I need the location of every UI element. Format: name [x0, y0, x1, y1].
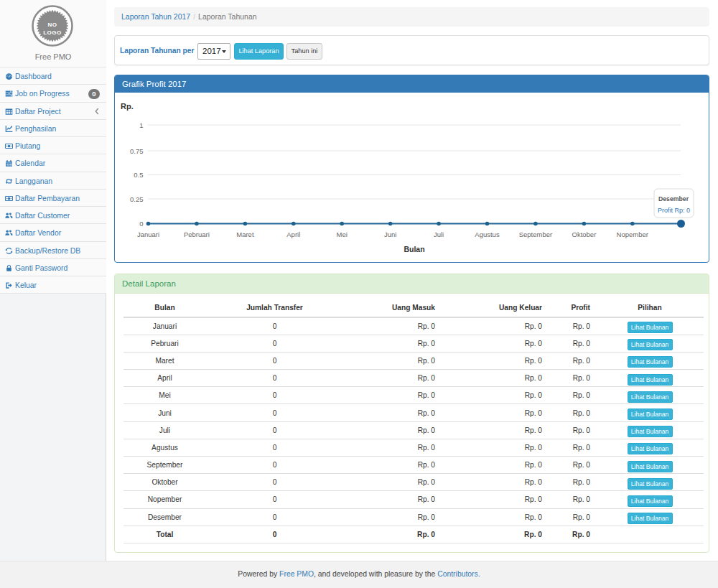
svg-text:0.25: 0.25: [130, 195, 144, 203]
svg-text:Bulan: Bulan: [404, 245, 424, 253]
svg-text:September: September: [519, 230, 552, 238]
svg-text:Desember: Desember: [658, 195, 689, 202]
svg-text:0: 0: [139, 220, 143, 228]
svg-text:April: April: [286, 230, 300, 238]
svg-text:Pebruari: Pebruari: [184, 230, 210, 238]
svg-text:Agustus: Agustus: [475, 230, 500, 238]
svg-text:0.5: 0.5: [134, 171, 143, 179]
svg-text:1: 1: [139, 121, 143, 129]
svg-text:Oktober: Oktober: [572, 230, 597, 238]
svg-text:0.75: 0.75: [130, 147, 144, 155]
svg-text:Rp.: Rp.: [121, 102, 134, 111]
svg-text:NO: NO: [48, 22, 57, 28]
svg-text:Januari: Januari: [137, 230, 159, 238]
svg-text:Juni: Juni: [384, 230, 396, 238]
svg-text:Nopember: Nopember: [617, 230, 648, 238]
svg-text:Mei: Mei: [337, 230, 348, 238]
svg-text:Profit Rp: 0: Profit Rp: 0: [658, 207, 690, 214]
svg-text:LOGO: LOGO: [43, 29, 62, 36]
svg-text:Juli: Juli: [434, 230, 444, 238]
svg-text:Maret: Maret: [236, 230, 254, 238]
